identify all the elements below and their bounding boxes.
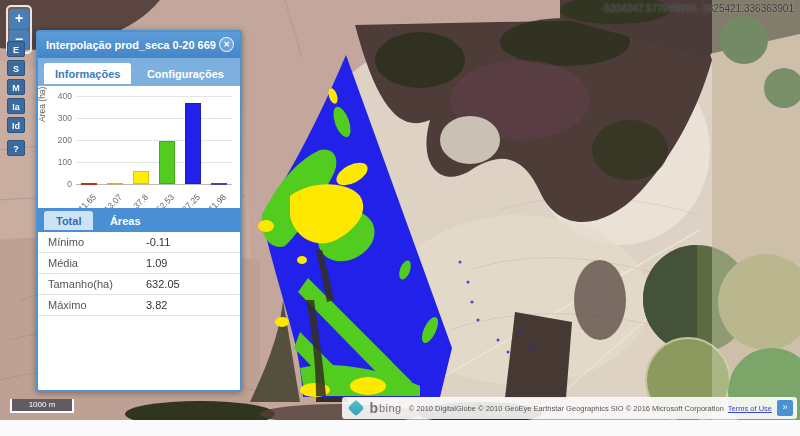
tab-configuracoes[interactable]: Configurações bbox=[136, 63, 235, 84]
stat-value: 1.09 bbox=[146, 253, 167, 273]
panel-header[interactable]: Interpolação prod_seca 0-20 669 ✕ bbox=[38, 32, 240, 58]
attribution-expand-button[interactable]: » bbox=[777, 400, 793, 416]
tool-button-m[interactable]: M bbox=[7, 79, 25, 95]
tab-informacoes[interactable]: Informações bbox=[44, 63, 131, 84]
bing-logo-text: bing bbox=[379, 402, 402, 414]
chart-gridline bbox=[76, 118, 232, 119]
bing-diamond-icon bbox=[348, 400, 365, 417]
interpolation-panel: Interpolação prod_seca 0-20 669 ✕ Inform… bbox=[36, 30, 242, 392]
chart-bar bbox=[107, 183, 123, 185]
chart-gridline bbox=[76, 96, 232, 97]
tab-areas[interactable]: Áreas bbox=[98, 211, 153, 230]
stat-value: 632.05 bbox=[146, 274, 180, 294]
stat-label: Mínimo bbox=[38, 232, 146, 252]
panel-title: Interpolação prod_seca 0-20 669 bbox=[46, 39, 216, 51]
chart-gridline bbox=[76, 184, 232, 185]
chart-bar bbox=[211, 183, 227, 185]
table-row: Máximo 3.82 bbox=[38, 295, 240, 316]
stats-table: Mínimo -0.11 Média 1.09 Tamanho(ha) 632.… bbox=[38, 232, 240, 316]
chart-bar bbox=[133, 171, 149, 184]
table-row: Mínimo -0.11 bbox=[38, 232, 240, 253]
bing-logo-icon: b bbox=[369, 400, 378, 416]
chart-y-tick: 300 bbox=[44, 113, 72, 123]
tool-button-e[interactable]: E bbox=[7, 41, 25, 57]
panel-tab-bar: Informações Configurações bbox=[38, 58, 240, 86]
map-tile-overlay bbox=[712, 0, 800, 420]
chart-gridline bbox=[76, 162, 232, 163]
chart-bar bbox=[185, 103, 201, 184]
chart-gridline bbox=[76, 140, 232, 141]
attribution-bar: b bing © 2010 DigitalGlobe © 2010 GeoEye… bbox=[342, 397, 797, 419]
tab-total[interactable]: Total bbox=[44, 211, 93, 230]
tool-button-ia[interactable]: Ia bbox=[7, 98, 25, 114]
stat-label: Média bbox=[38, 253, 146, 273]
chart-bar bbox=[159, 141, 175, 184]
stat-label: Máximo bbox=[38, 295, 146, 315]
zoom-in-button[interactable]: + bbox=[9, 9, 29, 29]
chart-y-tick: 400 bbox=[44, 91, 72, 101]
area-bar-chart: Área (ha) 0100200300400-11.6513.0737.862… bbox=[38, 88, 236, 208]
terms-of-use-link[interactable]: Terms of Use bbox=[728, 404, 772, 413]
chart-y-tick: 100 bbox=[44, 157, 72, 167]
stats-tab-bar: Total Áreas bbox=[38, 208, 240, 232]
chart-bar bbox=[81, 183, 97, 185]
map-scale-bar: 1000 m bbox=[10, 399, 74, 413]
table-row: Tamanho(ha) 632.05 bbox=[38, 274, 240, 295]
stat-value: 3.82 bbox=[146, 295, 167, 315]
table-row: Média 1.09 bbox=[38, 253, 240, 274]
tool-button-s[interactable]: S bbox=[7, 60, 25, 76]
copyright-text: © 2010 DigitalGlobe © 2010 GeoEye Earths… bbox=[409, 404, 724, 413]
stat-label: Tamanho(ha) bbox=[38, 274, 146, 294]
tool-button-id[interactable]: Id bbox=[7, 117, 25, 133]
cursor-coordinates: -5304347.577849806,-1825421.336363901 bbox=[601, 3, 794, 14]
tool-button-help[interactable]: ? bbox=[7, 140, 25, 156]
stat-value: -0.11 bbox=[146, 232, 170, 252]
app-window: -5304347.577849806,-1825421.336363901 + … bbox=[0, 0, 800, 436]
chart-y-tick: 200 bbox=[44, 135, 72, 145]
chart-y-tick: 0 bbox=[44, 179, 72, 189]
close-icon[interactable]: ✕ bbox=[219, 37, 234, 52]
